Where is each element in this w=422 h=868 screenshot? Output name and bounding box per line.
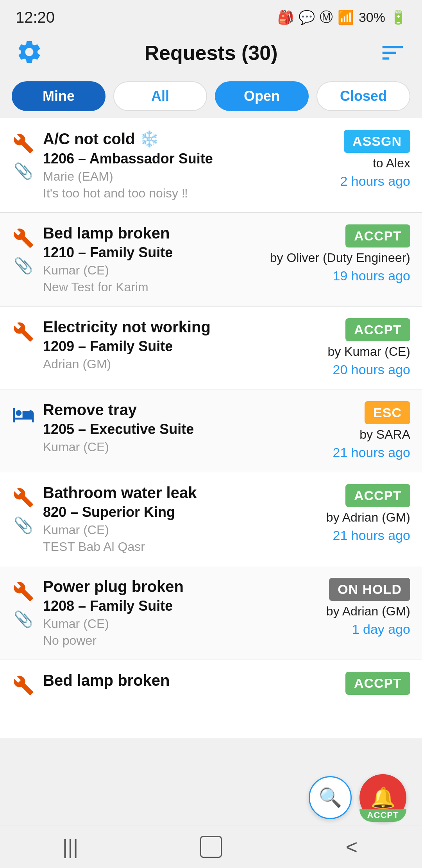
tool-icon xyxy=(13,487,34,513)
time-ago: 1 day ago xyxy=(352,622,410,637)
item-title: Bed lamp broken xyxy=(43,224,262,242)
page-title: Requests (30) xyxy=(145,41,278,65)
request-item[interactable]: Electricity not working1209 – Family Sui… xyxy=(0,307,422,389)
item-location: 1208 – Family Suite xyxy=(43,598,277,614)
tool-icon xyxy=(13,228,34,253)
fab-bell-label: ACCPT xyxy=(359,809,406,822)
whatsapp-icon: 💬 xyxy=(299,9,315,25)
item-content: Power plug broken1208 – Family SuiteKuma… xyxy=(43,578,277,648)
request-item[interactable]: 📎Bathroom water leak820 – Superior KingK… xyxy=(0,472,422,566)
request-item[interactable]: Bed lamp brokenACCPT xyxy=(0,660,422,738)
request-list: 📎A/C not cold ❄️1206 – Ambassador SuiteM… xyxy=(0,118,422,738)
item-status-col: ACCPTby Kumar (CE)20 hours ago xyxy=(285,318,410,377)
item-note: It's too hot and too noisy ‼️ xyxy=(43,186,277,201)
fab-area: 🔍 🔔 ACCPT xyxy=(309,774,406,821)
item-status-col: ON HOLDby Adrian (GM)1 day ago xyxy=(285,578,410,637)
tool-icon xyxy=(13,321,34,347)
status-time: 12:20 xyxy=(16,9,55,26)
bed-icon xyxy=(12,404,35,428)
time-ago: 21 hours ago xyxy=(333,528,411,543)
time-ago: 21 hours ago xyxy=(333,445,411,460)
battery-text: 30% xyxy=(359,10,385,25)
item-location: 1206 – Ambassador Suite xyxy=(43,151,277,167)
item-icon-col xyxy=(12,318,35,347)
item-requester: Adrian (GM) xyxy=(43,357,277,371)
item-icon-col xyxy=(12,672,35,701)
tab-open[interactable]: Open xyxy=(215,81,309,111)
item-title: A/C not cold ❄️ xyxy=(43,130,277,148)
fab-bell-button[interactable]: 🔔 ACCPT xyxy=(359,774,406,821)
item-status-col: ACCPTby Adrian (GM)21 hours ago xyxy=(285,484,410,543)
assigned-to: by Oliver (Duty Engineer) xyxy=(270,251,410,265)
paperclip-icon: 📎 xyxy=(14,162,33,180)
item-icon-col: 📎 xyxy=(12,484,35,534)
item-requester: Kumar (CE) xyxy=(43,263,262,278)
item-icon-col: 📎 xyxy=(12,224,35,275)
time-ago: 19 hours ago xyxy=(333,268,411,283)
item-title: Bathroom water leak xyxy=(43,484,277,502)
nav-home-button[interactable] xyxy=(191,831,231,863)
item-note: TEST Bab Al Qasr xyxy=(43,540,277,554)
request-item[interactable]: 📎A/C not cold ❄️1206 – Ambassador SuiteM… xyxy=(0,118,422,213)
item-icon-col: 📎 xyxy=(12,130,35,180)
item-title: Electricity not working xyxy=(43,318,277,336)
filter-button[interactable] xyxy=(379,39,406,66)
time-ago: 2 hours ago xyxy=(340,174,410,189)
status-icons: 🎒 💬 Ⓜ 📶 30% 🔋 xyxy=(277,8,406,26)
item-requester: Kumar (CE) xyxy=(43,440,277,454)
wifi-icon: 📶 xyxy=(338,9,354,25)
paperclip-icon: 📎 xyxy=(14,610,33,628)
tool-icon xyxy=(13,133,34,159)
tab-closed[interactable]: Closed xyxy=(316,81,410,111)
header: Requests (30) xyxy=(0,31,422,74)
item-requester: Kumar (CE) xyxy=(43,523,277,537)
item-requester: Kumar (CE) xyxy=(43,617,277,631)
bell-icon: 🔔 xyxy=(370,786,396,810)
status-badge: ASSGN xyxy=(344,130,410,153)
item-status-col: ASSGNto Alex2 hours ago xyxy=(285,130,410,189)
item-status-col: ACCPTby Oliver (Duty Engineer)19 hours a… xyxy=(270,224,410,283)
tab-all[interactable]: All xyxy=(113,81,207,111)
time-ago: 20 hours ago xyxy=(333,362,411,377)
item-content: Bathroom water leak820 – Superior KingKu… xyxy=(43,484,277,554)
tool-icon xyxy=(13,581,34,607)
battery-icon: 🔋 xyxy=(390,9,406,25)
nav-back-button[interactable]: < xyxy=(332,831,371,863)
request-item[interactable]: 📎Power plug broken1208 – Family SuiteKum… xyxy=(0,566,422,660)
item-content: A/C not cold ❄️1206 – Ambassador SuiteMa… xyxy=(43,130,277,201)
item-content: Bed lamp broken xyxy=(43,672,277,689)
item-location: 820 – Superior King xyxy=(43,504,277,520)
status-badge: ACCPT xyxy=(345,484,410,507)
device-icon: 🎒 xyxy=(277,9,294,25)
paperclip-icon: 📎 xyxy=(14,516,33,534)
search-icon: 🔍 xyxy=(318,787,342,809)
request-item[interactable]: Remove tray1205 – Executive SuiteKumar (… xyxy=(0,389,422,472)
tab-mine[interactable]: Mine xyxy=(12,81,106,111)
nav-menu-button[interactable]: ||| xyxy=(51,831,90,863)
assigned-to: by Kumar (CE) xyxy=(327,344,410,359)
fab-search-button[interactable]: 🔍 xyxy=(309,776,352,819)
item-note: No power xyxy=(43,633,277,648)
item-location: 1210 – Family Suite xyxy=(43,244,262,261)
item-content: Remove tray1205 – Executive SuiteKumar (… xyxy=(43,401,277,454)
mail-icon: Ⓜ xyxy=(320,8,333,26)
request-item[interactable]: 📎Bed lamp broken1210 – Family SuiteKumar… xyxy=(0,213,422,307)
menu-icon: ||| xyxy=(63,835,79,859)
item-status-col: ACCPT xyxy=(285,672,410,695)
assigned-to: by SARA xyxy=(359,427,410,442)
assigned-to: to Alex xyxy=(373,156,410,170)
status-badge: ACCPT xyxy=(345,224,410,247)
item-location: 1205 – Executive Suite xyxy=(43,421,277,438)
gear-button[interactable] xyxy=(16,38,43,67)
item-icon-col xyxy=(12,401,35,428)
assigned-to: by Adrian (GM) xyxy=(326,510,410,525)
back-icon: < xyxy=(346,835,358,859)
home-icon xyxy=(200,836,222,858)
navigation-bar: ||| < xyxy=(0,825,422,868)
status-badge: ACCPT xyxy=(345,672,410,695)
status-bar: 12:20 🎒 💬 Ⓜ 📶 30% 🔋 xyxy=(0,0,422,31)
item-title: Remove tray xyxy=(43,401,277,419)
item-status-col: ESCby SARA21 hours ago xyxy=(285,401,410,460)
status-badge: ESC xyxy=(365,401,410,424)
item-title: Power plug broken xyxy=(43,578,277,595)
